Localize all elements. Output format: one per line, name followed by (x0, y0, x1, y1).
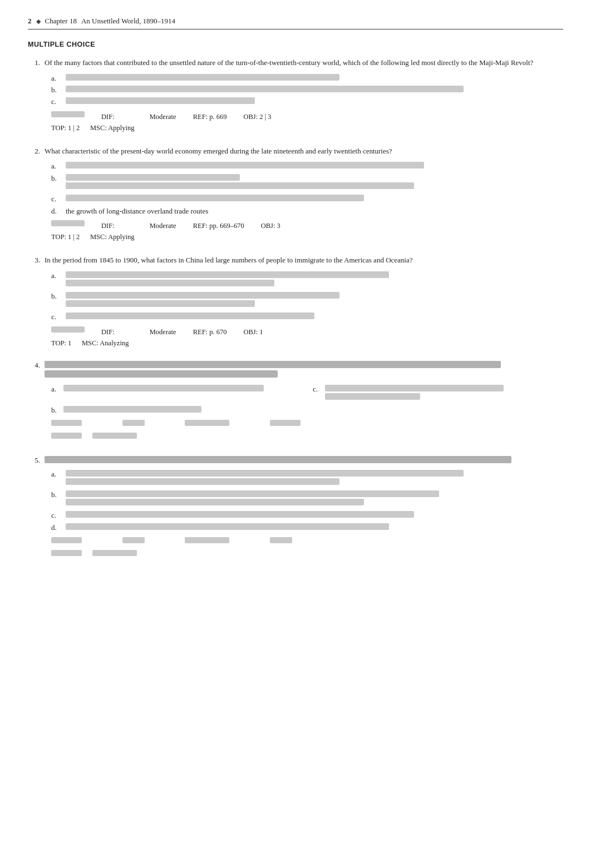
meta-3-top: TOP: 1 (51, 338, 71, 349)
meta-2-ref: REF: pp. 669–670 (193, 220, 244, 231)
page-number: 2 (28, 17, 32, 26)
option-a-label: a. (51, 74, 61, 83)
question-5-options: a. b. c. d. (51, 470, 563, 533)
option-3a-blur-1 (66, 271, 389, 278)
question-5-number: 5. (28, 456, 40, 465)
meta-4-obj (270, 420, 301, 426)
question-4-body (45, 361, 563, 380)
q4-option-a-blur (63, 385, 264, 391)
question-2-number: 2. (28, 146, 40, 157)
meta-4-msc (92, 433, 137, 439)
meta-2-dif-label: DIF: (101, 220, 115, 231)
question-1-body: Of the many factors that contributed to … (45, 57, 563, 68)
q5-option-c-blur (66, 511, 414, 518)
option-c-blur-1 (66, 97, 255, 104)
diamond-icon: ◆ (36, 18, 41, 25)
q5-option-a-label: a. (51, 470, 61, 488)
meta-5-top (51, 550, 82, 556)
meta-2-dif-val: Moderate (150, 220, 176, 231)
meta-1-ref: REF: p. 669 (193, 111, 227, 122)
question-5-meta (51, 537, 563, 561)
meta-2-top: TOP: 1 | 2 (51, 231, 80, 242)
chapter-subtitle: An Unsettled World, 1890–1914 (81, 17, 175, 26)
q5-option-c-label: c. (51, 511, 61, 520)
question-1-meta: DIF: Moderate REF: p. 669 OBJ: 2 | 3 TOP… (51, 111, 563, 133)
q4-option-a-label: a. (51, 385, 60, 394)
meta-5-blank (51, 537, 82, 543)
option-2c-label: c. (51, 195, 61, 204)
question-1-number: 1. (28, 57, 40, 68)
option-2c-blur (66, 195, 364, 201)
meta-1-msc: MSC: Applying (90, 122, 135, 133)
option-2b-blur-1 (66, 174, 240, 181)
q5-option-b-label: b. (51, 490, 61, 508)
option-3a-label: a. (51, 271, 61, 289)
q4-text-blur-1 (45, 361, 501, 368)
meta-4-top (51, 433, 82, 439)
q4-option-c-blur-1 (325, 385, 504, 391)
option-2a-blur (66, 162, 424, 168)
question-3-meta: DIF: Moderate REF: p. 670 OBJ: 1 TOP: 1 … (51, 326, 563, 349)
section-title: MULTIPLE CHOICE (28, 41, 563, 48)
meta-5-ref (185, 537, 229, 543)
question-2-options: a. b. c. d. the growth of long-distance … (51, 162, 563, 216)
option-a-blur-1 (66, 74, 339, 81)
meta-3-blank (51, 326, 85, 333)
meta-5-obj (270, 537, 292, 543)
page-header: 2 ◆ Chapter 18 An Unsettled World, 1890–… (28, 17, 563, 29)
meta-4-dif (122, 420, 145, 426)
question-2-text: 2. What characteristic of the present-da… (28, 146, 563, 157)
option-c-label: c. (51, 97, 61, 107)
meta-3-dif-label: DIF: (101, 326, 115, 338)
question-3-number: 3. (28, 255, 40, 266)
option-2d-text: the growth of long-distance overland tra… (66, 207, 208, 216)
question-4-number: 4. (28, 361, 40, 380)
q5-option-b-blur-2 (66, 499, 364, 505)
meta-4-blank (51, 420, 82, 426)
question-1: 1. Of the many factors that contributed … (28, 57, 563, 133)
q4-text-blur-2 (45, 370, 278, 378)
option-3b-blur-2 (66, 300, 255, 307)
question-5-body (45, 456, 563, 465)
question-4: 4. a. c. b. (28, 361, 563, 444)
q4-option-b-blur (63, 406, 201, 413)
q4-option-c-blur-2 (325, 393, 420, 400)
question-3-options: a. b. c. (51, 271, 563, 322)
option-2d-label: d. (51, 207, 61, 216)
option-2b-label: b. (51, 174, 61, 192)
meta-2-obj: OBJ: 3 (261, 220, 280, 231)
question-1-options: a. b. c. (51, 74, 563, 107)
question-3: 3. In the period from 1845 to 1900, what… (28, 255, 563, 349)
option-2a-label: a. (51, 162, 61, 171)
question-4-options: a. c. b. (51, 385, 563, 415)
q5-option-a-blur-1 (66, 470, 464, 477)
option-3c-label: c. (51, 313, 61, 322)
question-2-meta: DIF: Moderate REF: pp. 669–670 OBJ: 3 TO… (51, 220, 563, 242)
question-3-body: In the period from 1845 to 1900, what fa… (45, 255, 563, 266)
q5-option-b-blur-1 (66, 490, 439, 497)
question-5: 5. a. b. c. d. (28, 456, 563, 561)
meta-4-ref (185, 420, 229, 426)
option-3b-blur-1 (66, 292, 339, 299)
question-5-text-row: 5. (28, 456, 563, 465)
meta-1-top: TOP: 1 | 2 (51, 122, 80, 133)
question-3-text: 3. In the period from 1845 to 1900, what… (28, 255, 563, 266)
meta-3-msc: MSC: Analyzing (82, 338, 129, 349)
chapter-label: Chapter 18 (45, 17, 77, 26)
q5-text-blur-1 (45, 456, 511, 463)
option-b-blur-1 (66, 86, 464, 92)
question-4-text-row: 4. (28, 361, 563, 380)
meta-3-obj: OBJ: 1 (243, 326, 263, 338)
option-3b-label: b. (51, 292, 61, 310)
meta-1-blank (51, 111, 85, 117)
option-2b-blur-2 (66, 182, 414, 189)
q4-option-b-label: b. (51, 406, 60, 415)
q4-option-c-label: c. (313, 385, 322, 394)
meta-5-msc (92, 550, 137, 556)
option-b-label: b. (51, 86, 61, 95)
question-2-body: What characteristic of the present-day w… (45, 146, 563, 157)
q5-option-a-blur-2 (66, 478, 339, 485)
meta-3-ref: REF: p. 670 (193, 326, 227, 338)
option-3c-blur (66, 313, 314, 319)
meta-1-obj: OBJ: 2 | 3 (243, 111, 271, 122)
